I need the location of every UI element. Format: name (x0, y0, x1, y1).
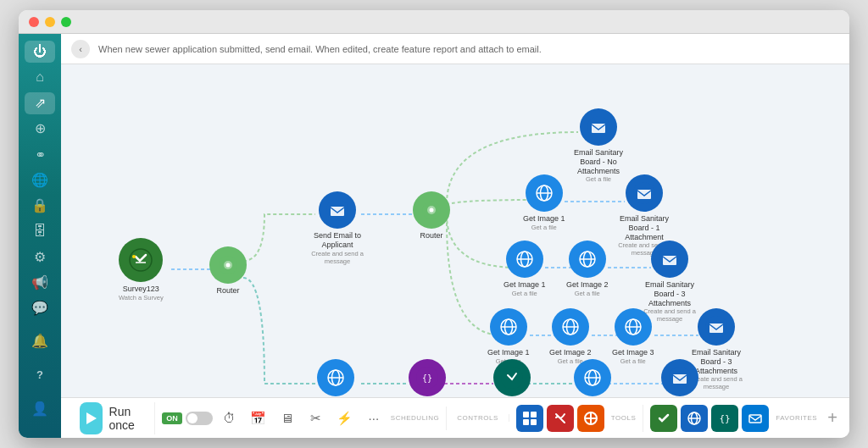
svg-rect-23 (592, 124, 605, 133)
svg-rect-29 (637, 190, 651, 199)
get-image-1a-label: Get Image 1 (523, 214, 565, 224)
node-get-image-2b[interactable]: Get Image 2 Get a file (566, 241, 609, 297)
app-window: ⏻ ⌂ ⇗ ⊕ ⚭ 🌐 🔒 🗄 ⚙ 📢 💬 🔔 ? 👤 ‹ When new s… (19, 10, 849, 438)
toggle-switch[interactable] (186, 412, 213, 425)
get-image-3b-label: Get Image 2 (549, 348, 592, 357)
send-email-applicant-sublabel: Create and send a message (303, 250, 371, 265)
create-report-icon (493, 359, 531, 396)
svg-text:{}: {} (720, 413, 731, 424)
scheduling-monitor-icon[interactable]: 🖥 (275, 407, 299, 430)
email-3-att-r2-icon (651, 241, 688, 278)
fav-button-1[interactable] (650, 405, 677, 432)
svg-rect-18 (331, 207, 344, 216)
get-image-3c-label: Get Image 3 (612, 348, 654, 357)
maximize-button[interactable] (61, 17, 71, 27)
scheduling-calendar-icon[interactable]: 📅 (247, 407, 270, 430)
svg-rect-79 (749, 415, 761, 423)
svg-marker-67 (86, 412, 97, 424)
favorites-section: {} FAVORITES + (643, 405, 849, 432)
svg-rect-70 (523, 419, 529, 425)
node-get-feature-attrs[interactable]: Get Feature Layer Attributes New module (302, 359, 370, 397)
node-router1[interactable]: Router (209, 246, 247, 296)
svg-rect-39 (663, 256, 676, 265)
svg-rect-69 (531, 412, 537, 418)
close-button[interactable] (29, 17, 39, 27)
get-image-2b-label: Get Image 2 (566, 280, 609, 290)
node-get-image-3a[interactable]: Get Image 1 Get a file (487, 308, 530, 365)
node-get-image-1a[interactable]: Get Image 1 Get a file (523, 174, 565, 231)
router2-label: Router (420, 231, 442, 241)
tool-button-2[interactable] (547, 405, 574, 432)
send-email-applicant-icon (319, 191, 356, 229)
svg-point-21 (430, 208, 434, 213)
app-body: ⏻ ⌂ ⇗ ⊕ ⚭ 🌐 🔒 🗄 ⚙ 📢 💬 🔔 ? 👤 ‹ When new s… (19, 34, 849, 438)
run-button[interactable] (80, 402, 103, 434)
bottom-bar: Run once ON ⏱ 📅 🖥 ✂ ⚡ ··· (61, 397, 849, 438)
node-get-image-3b[interactable]: Get Image 2 Get a file (549, 308, 592, 365)
sidebar-icon-network[interactable]: ⊕ (25, 118, 55, 140)
node-router2[interactable]: Router (413, 191, 450, 241)
workflow-canvas[interactable]: Survey123 Watch a Survey Router Send Ema… (61, 64, 849, 397)
node-create-report[interactable]: Create Feature Report Create a feature (478, 359, 546, 397)
get-image-2a-icon (506, 241, 543, 278)
get-image-2a-sublabel: Get a file (512, 290, 537, 297)
get-image-2a-label: Get Image 1 (504, 280, 546, 290)
tools-section: TOOLS (509, 405, 643, 432)
sidebar-icon-megaphone[interactable]: 📢 (25, 271, 55, 293)
sidebar-icon-globe[interactable]: 🌐 (25, 169, 55, 191)
back-button[interactable]: ‹ (71, 40, 90, 58)
get-image-3a-label: Get Image 1 (487, 348, 530, 357)
sidebar-icon-share[interactable]: ⇗ (25, 92, 55, 114)
scheduling-clock-icon[interactable]: ⏱ (218, 407, 242, 430)
get-image-2b-sublabel: Get a file (575, 290, 600, 297)
sidebar-icon-link[interactable]: ⚭ (25, 143, 55, 165)
add-favorite-button[interactable]: + (821, 407, 844, 430)
sidebar-icon-power[interactable]: ⏻ (25, 41, 55, 63)
email-1-att-icon (626, 174, 663, 212)
sidebar-icon-settings[interactable]: ⚙ (25, 246, 55, 268)
sidebar-icon-lock[interactable]: 🔒 (25, 195, 55, 217)
sidebar-icon-help[interactable]: ? (25, 360, 55, 390)
sidebar-icon-user[interactable]: 👤 (25, 394, 55, 424)
get-image-3c-icon (615, 308, 652, 346)
controls-label: CONTROLS (457, 414, 498, 422)
get-feature-report-icon (574, 359, 611, 396)
minimize-button[interactable] (45, 17, 55, 27)
email-no-att-label: Email Sanitary Board - No Attachments (565, 148, 632, 175)
node-send-email-feature[interactable]: Send Email with Feature Report Create an… (646, 359, 714, 397)
node-get-image-3c[interactable]: Get Image 3 Get a file (612, 308, 654, 365)
get-image-3b-icon (552, 308, 589, 346)
scheduling-more-icon[interactable]: ··· (362, 407, 386, 430)
node-get-image-2a[interactable]: Get Image 1 Get a file (504, 241, 546, 297)
svg-point-60 (501, 367, 523, 389)
tool-button-3[interactable] (577, 405, 604, 432)
scheduling-bolt-icon[interactable]: ⚡ (333, 407, 357, 430)
main-content: ‹ When new sewer application submitted, … (61, 34, 849, 438)
run-label: Run once (109, 405, 145, 432)
sidebar-icon-database[interactable]: 🗄 (25, 220, 55, 242)
node-parse-attr[interactable]: {} Parse Attribute Info New module (395, 359, 460, 397)
tools-label: TOOLS (611, 414, 636, 422)
email-1-att-label: Email Sanitary Board - 1 Attachment (610, 214, 678, 241)
sidebar-icon-bell[interactable]: 🔔 (25, 326, 55, 357)
email-3-att-r2-label: Email Sanitary Board - 3 Attachments (636, 280, 704, 307)
workflow-description: When new sewer application submitted, se… (98, 44, 839, 54)
node-send-email-applicant[interactable]: Send Email to Applicant Create and send … (303, 191, 371, 265)
node-email-no-att[interactable]: Email Sanitary Board - No Attachments Ge… (565, 108, 632, 183)
scheduling-scissors-icon[interactable]: ✂ (304, 407, 328, 430)
tool-button-1[interactable] (516, 405, 543, 432)
favorites-label: FAVORITES (776, 414, 817, 422)
node-survey123[interactable]: Survey123 Watch a Survey (119, 238, 164, 301)
run-area: Run once (70, 402, 155, 434)
on-toggle-area[interactable]: ON (162, 412, 213, 425)
fav-button-2[interactable] (681, 405, 708, 432)
sidebar-icon-chat[interactable]: 💬 (25, 297, 55, 319)
node-get-feature-report[interactable]: Get Feature Report Get a file (559, 359, 626, 397)
sidebar-icon-home[interactable]: ⌂ (25, 66, 55, 88)
on-badge: ON (162, 412, 182, 424)
get-image-1a-sublabel: Get a file (531, 224, 557, 231)
fav-button-3[interactable]: {} (711, 405, 738, 432)
fav-button-4[interactable] (742, 405, 769, 432)
router2-icon (413, 191, 450, 229)
router1-label: Router (216, 286, 239, 296)
